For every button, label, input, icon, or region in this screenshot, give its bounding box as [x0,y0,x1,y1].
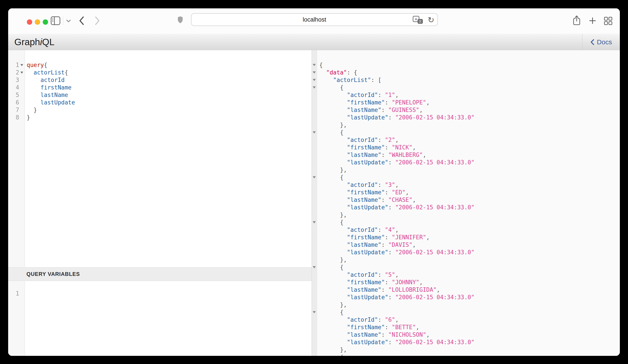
fold-arrow-icon[interactable] [313,131,316,134]
code-line: lastName [27,91,312,99]
code-line: { [319,218,620,226]
code-line: actorList{ [27,69,312,76]
code-line: } [27,106,312,114]
zoom-window-button[interactable] [43,19,48,25]
code-line: }, [319,121,620,129]
line-number: 4 [8,84,19,91]
fold-arrow-icon[interactable] [313,221,316,223]
forward-button[interactable] [94,16,100,26]
query-editor[interactable]: 12345678 query{ actorList{ actorId first… [8,50,312,267]
code-line: "actorId": "4", [319,226,620,233]
code-line: "lastName": "CHASE", [319,196,620,204]
line-number: 1 [8,290,19,297]
code-line: "firstName": "ED", [319,189,620,196]
fold-arrow-icon[interactable] [313,64,316,66]
code-line: "lastName": "WAHLBERG", [319,151,620,159]
code-line: { [319,354,620,356]
code-line: } [27,114,312,121]
fold-arrow-icon[interactable] [313,266,316,268]
line-number: 5 [8,91,19,99]
tab-overview-icon[interactable] [604,17,612,26]
code-line: query{ [27,61,312,69]
variables-gutter: 1 [8,281,25,356]
line-number: 8 [8,114,19,121]
variables-line-numbers: 1 [8,290,19,297]
code-line: { [319,129,620,136]
chevron-left-icon [590,39,594,45]
code-line: "actorId": "1", [319,91,620,99]
reload-icon[interactable]: ↻ [428,15,434,25]
address-bar[interactable]: localhost A 文 ↻ [191,13,438,26]
privacy-shield-icon[interactable] [177,16,183,25]
code-line: }, [319,166,620,174]
graphiql-logo: GraphiQL [14,37,54,47]
code-line: firstName [27,84,312,91]
code-line: "lastName": "GUINESS", [319,106,620,114]
chevron-down-icon[interactable] [66,19,71,23]
code-line: "actorId": "3", [319,181,620,189]
query-variables-title: QUERY VARIABLES [26,271,80,277]
code-line: "firstName": "JOHNNY", [319,279,620,286]
address-bar-url: localhost [191,14,437,26]
code-line: "data": { [319,69,620,76]
code-line: "actorId": "2", [319,136,620,144]
share-icon[interactable] [573,15,581,26]
code-line: "actorId": "5", [319,271,620,279]
docs-label: Docs [597,38,612,46]
code-line: "lastUpdate": "2006-02-15 04:34:33.0" [319,249,620,256]
code-line: "firstName": "JENNIFER", [319,233,620,241]
fold-arrow-icon[interactable] [313,72,316,73]
code-line: actorId [27,76,312,84]
variables-editor[interactable]: 1 [8,281,312,356]
screenshot-root: localhost A 文 ↻ [0,0,628,364]
result-viewer: { "data": { "actorList": [ { "actorId": … [317,50,620,356]
fold-arrow-icon[interactable] [313,311,316,313]
code-line: "actorId": "6", [319,316,620,323]
code-line: "firstName": "NICK", [319,144,620,151]
line-number: 3 [8,76,19,84]
line-number: 6 [8,99,19,106]
code-line: "lastUpdate": "2006-02-15 04:34:33.0" [319,293,620,301]
docs-toggle[interactable]: Docs [582,34,620,50]
code-line: { [319,264,620,271]
new-tab-icon[interactable] [589,17,596,25]
fold-arrow-icon[interactable] [313,176,316,178]
result-pane: { "data": { "actorList": [ { "actorId": … [312,50,620,356]
code-line: { [319,308,620,316]
code-line: "lastUpdate": "2006-02-15 04:34:33.0" [319,114,620,121]
query-pane: 12345678 query{ actorList{ actorId first… [8,50,312,356]
code-line: "lastUpdate": "2006-02-15 04:34:33.0" [319,204,620,211]
graphiql-content: 12345678 query{ actorList{ actorId first… [8,50,620,356]
code-line: }, [319,301,620,308]
code-line: lastUpdate [27,99,312,106]
query-variables-header[interactable]: QUERY VARIABLES [8,267,312,281]
browser-toolbar: localhost A 文 ↻ [8,8,620,34]
sidebar-toggle-icon[interactable] [51,16,60,26]
code-line: { [319,61,620,69]
editor-line-numbers: 12345678 [8,61,19,121]
fold-arrow-icon[interactable] [313,86,316,89]
line-number: 1 [8,61,19,69]
back-button[interactable] [79,16,84,26]
query-code[interactable]: query{ actorList{ actorId firstName last… [25,50,312,267]
code-line: }, [319,256,620,264]
close-window-button[interactable] [27,19,32,25]
editor-gutter: 12345678 [8,50,25,267]
code-line: "lastUpdate": "2006-02-15 04:34:33.0" [319,338,620,346]
fold-arrow-icon[interactable] [20,64,23,66]
code-line: "lastName": "LOLLOBRIGIDA", [319,286,620,293]
translate-icon[interactable]: A 文 [413,16,423,24]
code-line: { [319,174,620,181]
code-line: "lastName": "DAVIS", [319,241,620,249]
fold-arrow-icon[interactable] [20,72,23,73]
code-line: "firstName": "PENELOPE", [319,99,620,106]
code-line: "actorList": [ [319,76,620,84]
fold-arrow-icon[interactable] [313,79,316,81]
safari-window: localhost A 文 ↻ [8,8,620,356]
result-fold-gutter [312,50,317,356]
code-line: "firstName": "BETTE", [319,323,620,331]
minimize-window-button[interactable] [35,19,40,25]
line-number: 7 [8,106,19,114]
code-line: }, [319,211,620,218]
code-line: { [319,84,620,91]
